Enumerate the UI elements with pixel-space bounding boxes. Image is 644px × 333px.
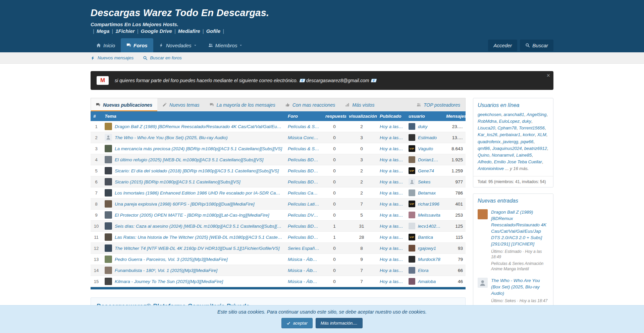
username-link[interactable]: Dorian1965 — [418, 157, 441, 162]
thread-title-link[interactable]: Una pareja explosiva (1998) 60FPS - [BDR… — [115, 202, 282, 207]
forum-link[interactable]: Música - Álb… — [288, 268, 320, 273]
forum-link[interactable]: Películas BD… — [288, 168, 320, 173]
online-user-link[interactable]: Emilio Jose Teba Cuellar — [494, 159, 542, 164]
published-link[interactable]: Hoy a las … — [380, 168, 403, 173]
username-link[interactable]: Melissavita — [418, 213, 440, 218]
thread-title-link[interactable]: Las Ratas: Una historia de The Witcher (… — [115, 235, 282, 240]
forum-link[interactable]: Música - Álb… — [288, 257, 320, 262]
forum-link[interactable]: Películas & S… — [288, 124, 320, 129]
online-user-link[interactable]: RobMdna — [478, 119, 496, 124]
online-user-link[interactable]: XLM — [537, 132, 546, 137]
published-link[interactable]: Hoy a las … — [380, 190, 403, 196]
thread-title-link[interactable]: Pedro Guerra - Parceiros, Vol. 3 (2025)[… — [115, 257, 282, 262]
published-link[interactable]: Hoy a las … — [380, 202, 403, 207]
nav-button-buscar[interactable]: Buscar — [520, 40, 553, 51]
tab-top-posteadores[interactable]: TOP posteadores — [412, 98, 465, 111]
forum-link[interactable]: Series Españ… — [288, 246, 320, 251]
published-link[interactable]: Hoy a las … — [380, 146, 403, 151]
forum-link[interactable]: Películas Lati… — [288, 202, 320, 207]
published-link[interactable]: Hoy a las … — [380, 213, 403, 218]
thread-title-link[interactable]: Funambulista - 180º, Vol. 1 (2025)[Mp3][… — [115, 268, 282, 273]
published-link[interactable]: Hoy a las … — [380, 257, 403, 262]
online-user-link[interactable]: quadrofenix — [478, 139, 500, 144]
forum-link[interactable]: Películas BD… — [288, 157, 320, 162]
username-link[interactable]: lecv140291 — [418, 224, 441, 229]
more-info-button[interactable]: Más información.... — [316, 318, 363, 328]
online-user-link[interactable]: perbaixar1 — [500, 132, 520, 137]
forum-link[interactable]: Películas Ca… — [288, 190, 320, 196]
online-user-link[interactable]: AngelSing — [527, 112, 546, 117]
nav-tab-foros[interactable]: Foros — [121, 38, 153, 52]
published-link[interactable]: Hoy a las … — [380, 224, 403, 229]
thread-title-link[interactable]: El Protector (2005) OPEN MATTE - [BDRip … — [115, 213, 282, 218]
thread-title-link[interactable]: The Who - Who Are You (Box Set) (2025, B… — [115, 135, 282, 140]
published-link[interactable]: Hoy a las … — [380, 246, 403, 251]
published-link[interactable]: Hoy a las … — [380, 135, 403, 140]
online-user-link[interactable]: geekchosen — [478, 112, 501, 117]
online-user-link[interactable]: arancha81 — [503, 112, 524, 117]
thread-title-link[interactable]: Dragon Ball Z (1989) [BDRemux Reescalado… — [115, 124, 282, 129]
online-user-link[interactable]: Laine85 — [516, 153, 532, 158]
subnav-link-nuevos-mensajes[interactable]: Nuevos mensajes — [91, 55, 133, 60]
username-link[interactable]: Amaloba — [418, 279, 436, 284]
accept-cookies-button[interactable]: aceptar — [281, 318, 312, 328]
published-link[interactable]: Hoy a las … — [380, 157, 403, 162]
entry-title-link[interactable]: The Who - Who Are You (Box Set) (2025, B… — [491, 278, 549, 297]
username-link[interactable]: Betamax — [418, 190, 436, 196]
tab-mas-vistos[interactable]: Más vistos — [340, 98, 379, 111]
tab-nuevas-publicaciones[interactable]: Nuevas publicaciones — [91, 98, 157, 111]
tab-la-mayoria-de-los-mensajes[interactable]: La mayoría de los mensajes — [205, 98, 280, 111]
online-user-link[interactable]: Lisuca20 — [478, 125, 495, 130]
thread-title-link[interactable]: Sicario: El día del soldado (2018) [BDRi… — [115, 168, 282, 173]
nav-tab-inicio[interactable]: Inicio — [91, 38, 121, 52]
subnav-link-buscar-en-foros[interactable]: Buscar en foros — [143, 55, 182, 60]
username-link[interactable]: Gene74 — [418, 168, 434, 173]
forum-link[interactable]: Películas & S… — [288, 146, 320, 151]
forum-link[interactable]: Películas BD… — [288, 224, 320, 229]
published-link[interactable]: Hoy a las … — [380, 279, 403, 284]
online-user-link[interactable]: Torrent15656 — [519, 125, 545, 130]
online-user-link[interactable]: Joaquinus2024 — [492, 146, 522, 151]
username-link[interactable]: Bantica — [418, 235, 433, 240]
close-icon[interactable]: × — [546, 72, 550, 78]
online-user-link[interactable]: qmf86 — [478, 146, 490, 151]
username-link[interactable]: Elora — [418, 268, 429, 273]
username-link[interactable]: Estimado — [418, 135, 437, 140]
thread-title-link[interactable]: Sicario (2015) [BDRip m1080p][AC3 5.1 Ca… — [115, 179, 282, 184]
username-link[interactable]: richar1996 — [418, 202, 439, 207]
online-user-link[interactable]: Cpham78 — [497, 125, 516, 130]
online-user-link[interactable]: korkor — [523, 132, 535, 137]
online-user-link[interactable]: Kar_los26 — [478, 132, 497, 137]
forum-link[interactable]: Música - Álb… — [288, 279, 320, 284]
forum-link[interactable]: Música Conc… — [288, 135, 320, 140]
username-link[interactable]: Sekes — [418, 179, 431, 184]
thread-title-link[interactable]: Los Inmortales (1986) Enhanced Edition 1… — [115, 190, 282, 196]
online-user-link[interactable]: pqw66 — [521, 139, 533, 144]
entry-title-link[interactable]: Dragon Ball Z (1989) [BDRemux Reescalado… — [491, 209, 549, 247]
nav-tab-novedades[interactable]: Novedades — [153, 38, 203, 52]
thread-title-link[interactable]: The Witcher T4 [NTF WEB-DL 4K 2160p DV H… — [115, 246, 282, 251]
online-user-link[interactable]: EuloLopez — [499, 119, 520, 124]
forum-link[interactable]: Películas BD… — [288, 235, 320, 240]
online-user-link[interactable]: javierqg — [503, 139, 518, 144]
thread-title-link[interactable]: Kilmara - Journey To The Sun (2025)[Mp3]… — [115, 279, 282, 284]
forum-link[interactable]: Películas BD… — [288, 179, 320, 184]
online-user-link[interactable]: Nonaramvil — [492, 153, 514, 158]
online-user-link[interactable]: duky — [522, 119, 531, 124]
published-link[interactable]: Hoy a las … — [380, 268, 403, 273]
nav-button-acceder[interactable]: Acceder — [488, 40, 517, 51]
username-link[interactable]: Murdock78 — [418, 257, 440, 262]
thread-title-link[interactable]: El último refugio (2025) [WEB-DL m1080p]… — [115, 157, 282, 162]
thread-title-link[interactable]: Seis días: Caza al asesino (2024) [WEB-D… — [115, 224, 282, 229]
thread-title-link[interactable]: La mercancía más preciosa (2024) [BDRip … — [115, 146, 282, 151]
online-user-link[interactable]: Antonioinlove — [478, 166, 504, 171]
online-user-link[interactable]: Alfredo — [478, 159, 491, 164]
tab-nuevos-temas[interactable]: Nuevos temas — [157, 98, 204, 111]
published-link[interactable]: Hoy a las … — [380, 124, 403, 129]
username-link[interactable]: Vaguito — [418, 146, 433, 151]
published-link[interactable]: Hoy a las … — [380, 235, 403, 240]
online-user-link[interactable]: Quino — [478, 153, 489, 158]
tab-con-mas-reacciones[interactable]: Con mas reacciones — [280, 98, 340, 111]
published-link[interactable]: Hoy a las … — [380, 179, 403, 184]
username-link[interactable]: duky — [418, 124, 428, 129]
